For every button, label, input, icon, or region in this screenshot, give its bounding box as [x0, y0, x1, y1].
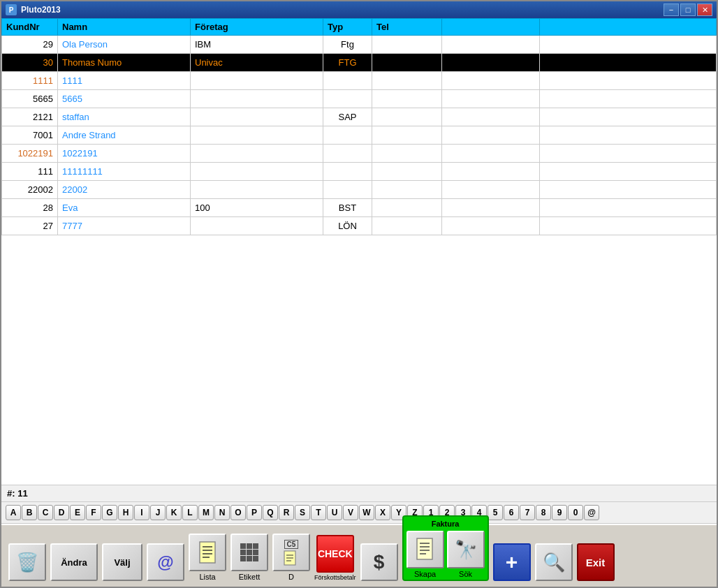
cell-extra1: [442, 163, 540, 181]
alpha-btn-I[interactable]: I: [134, 505, 149, 520]
cell-tel: [372, 145, 442, 163]
lista-button[interactable]: Lista: [189, 534, 226, 581]
alpha-btn-D[interactable]: D: [54, 505, 69, 520]
alpha-btn-C[interactable]: C: [38, 505, 53, 520]
alpha-btn-R[interactable]: R: [279, 505, 294, 520]
d-button[interactable]: C5 D: [272, 534, 310, 581]
alpha-btn-M[interactable]: M: [198, 505, 214, 520]
cell-namn[interactable]: Thomas Numo: [58, 54, 191, 72]
alpha-btn-H[interactable]: H: [118, 505, 133, 520]
bottom-section: #: 11 ABCDEFGHIJKLMNOPQRSTUVWXYZ12345678…: [1, 485, 717, 587]
alpha-btn-K[interactable]: K: [166, 505, 182, 520]
alpha-btn-0[interactable]: 0: [568, 505, 583, 520]
cell-extra1: [442, 54, 540, 72]
alpha-btn-U[interactable]: U: [327, 505, 342, 520]
cell-kundnr: 1022191: [2, 145, 58, 163]
cell-namn[interactable]: 7777: [58, 217, 191, 235]
cell-foretag: [191, 145, 323, 163]
exit-label: Exit: [586, 557, 606, 568]
maximize-button[interactable]: □: [680, 3, 696, 16]
cell-typ: Ftg: [323, 36, 372, 54]
alpha-btn-9[interactable]: 9: [552, 505, 567, 520]
cell-namn[interactable]: Eva: [58, 199, 191, 217]
table-row[interactable]: 10221911022191: [2, 145, 717, 163]
valj-button[interactable]: Välj: [102, 543, 142, 581]
alpha-btn-B[interactable]: B: [22, 505, 37, 520]
dollar-button[interactable]: $: [360, 543, 398, 581]
search-button[interactable]: 🔍: [535, 543, 573, 581]
alpha-btn-6[interactable]: 6: [504, 505, 519, 520]
table-row[interactable]: 30Thomas NumoUnivacFTG: [2, 54, 717, 72]
close-button[interactable]: ✕: [697, 3, 712, 16]
cell-tel: [372, 126, 442, 145]
skapa-button[interactable]: Skapa: [406, 531, 444, 578]
table-row[interactable]: 277777LÖN: [2, 217, 717, 235]
cell-kundnr: 22002: [2, 181, 58, 199]
cell-kundnr: 7001: [2, 126, 58, 145]
alpha-btn-A[interactable]: A: [6, 505, 21, 520]
table-row[interactable]: 29Ola PersonIBMFtg: [2, 36, 717, 54]
alpha-btn-S[interactable]: S: [295, 505, 310, 520]
col-header-extra1: [442, 19, 540, 36]
svg-rect-0: [200, 542, 215, 563]
table-row[interactable]: 2121staffanSAP: [2, 108, 717, 126]
cell-extra1: [442, 72, 540, 90]
col-header-foretag: Företag: [191, 19, 323, 36]
alpha-btn-@[interactable]: @: [584, 505, 599, 520]
cell-namn[interactable]: 11111111: [58, 163, 191, 181]
alpha-btn-V[interactable]: V: [343, 505, 358, 520]
cell-namn[interactable]: 1111: [58, 72, 191, 90]
table-row[interactable]: 2200222002: [2, 181, 717, 199]
alpha-btn-G[interactable]: G: [102, 505, 117, 520]
alpha-btn-W[interactable]: W: [359, 505, 374, 520]
andra-button[interactable]: Ändra: [50, 543, 98, 581]
alpha-btn-O[interactable]: O: [230, 505, 246, 520]
minimize-button[interactable]: −: [664, 3, 679, 16]
cell-foretag: [191, 72, 323, 90]
check-button[interactable]: CHECK Förskottsbetalr: [314, 535, 356, 581]
svg-rect-9: [417, 538, 432, 559]
col-header-extra2: [540, 19, 717, 36]
table-row[interactable]: 11111111: [2, 72, 717, 90]
check-label: CHECK: [318, 548, 353, 559]
etikett-button[interactable]: Etikett: [230, 534, 268, 581]
cell-extra1: [442, 126, 540, 145]
cell-namn[interactable]: staffan: [58, 108, 191, 126]
alpha-btn-L[interactable]: L: [182, 505, 198, 520]
cell-namn[interactable]: 1022191: [58, 145, 191, 163]
skapa-icon: [415, 538, 436, 561]
alpha-btn-8[interactable]: 8: [536, 505, 551, 520]
table-row[interactable]: 11111111111: [2, 163, 717, 181]
cell-tel: [372, 36, 442, 54]
alpha-btn-J[interactable]: J: [150, 505, 166, 520]
table-row[interactable]: 56655665: [2, 90, 717, 108]
alpha-btn-P[interactable]: P: [247, 505, 262, 520]
alpha-btn-Q[interactable]: Q: [263, 505, 278, 520]
cell-namn[interactable]: Andre Strand: [58, 126, 191, 145]
alpha-btn-E[interactable]: E: [70, 505, 85, 520]
alpha-btn-X[interactable]: X: [375, 505, 390, 520]
table-scroll[interactable]: KundNr Namn Företag Typ Tel 29Ola Person…: [1, 18, 717, 485]
cell-namn[interactable]: 5665: [58, 90, 191, 108]
cell-extra2: [540, 72, 717, 90]
cell-extra1: [442, 90, 540, 108]
alpha-btn-N[interactable]: N: [214, 505, 230, 520]
cell-extra2: [540, 90, 717, 108]
etikett-label: Etikett: [239, 573, 261, 581]
alpha-btn-F[interactable]: F: [86, 505, 101, 520]
table-row[interactable]: 7001Andre Strand: [2, 126, 717, 145]
sok-faktura-button[interactable]: 🔭 Sök: [447, 531, 485, 578]
cell-namn[interactable]: 22002: [58, 181, 191, 199]
alpha-btn-7[interactable]: 7: [520, 505, 535, 520]
cell-extra1: [442, 108, 540, 126]
alpha-btn-5[interactable]: 5: [488, 505, 503, 520]
delete-button[interactable]: 🗑️: [8, 543, 46, 581]
plus-button[interactable]: +: [493, 543, 531, 581]
exit-button[interactable]: Exit: [577, 543, 615, 581]
table-row[interactable]: 28Eva100BST: [2, 199, 717, 217]
alpha-btn-T[interactable]: T: [311, 505, 326, 520]
d-doc-icon: [283, 550, 300, 566]
cell-namn[interactable]: Ola Person: [58, 36, 191, 54]
at-button[interactable]: @: [147, 543, 184, 581]
cell-extra2: [540, 126, 717, 145]
